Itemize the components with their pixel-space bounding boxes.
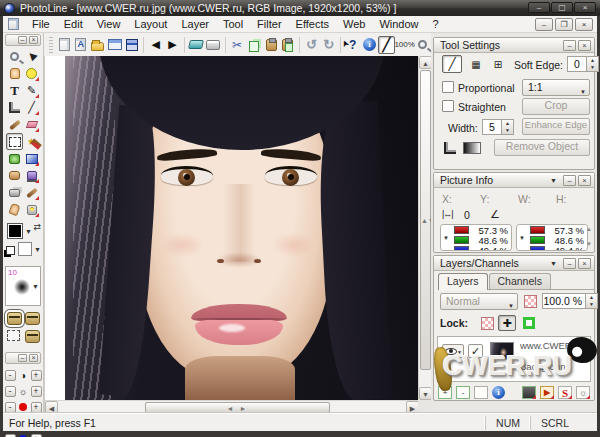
stamp-tool[interactable]: [23, 167, 40, 184]
layer-info-button[interactable]: i: [492, 386, 505, 399]
back-button[interactable]: ◀: [147, 36, 164, 54]
mask-edit-icon[interactable]: [25, 330, 40, 343]
doc-restore-button[interactable]: ❐: [555, 18, 573, 31]
marquee-tool-selected[interactable]: [6, 133, 23, 150]
menu-window[interactable]: Window: [372, 16, 425, 32]
menu-filter[interactable]: Filter: [250, 16, 288, 32]
crop-button[interactable]: Crop: [522, 98, 590, 115]
new-document-button[interactable]: [56, 36, 73, 54]
effect-pen-tool[interactable]: [23, 201, 40, 218]
paste-as-document-button[interactable]: [279, 36, 296, 54]
layer-image-button[interactable]: [522, 386, 536, 399]
layer-style-button[interactable]: S: [558, 386, 572, 399]
pan-tool[interactable]: [6, 65, 23, 82]
toolbar-grip[interactable]: [49, 37, 53, 53]
remove-object-button[interactable]: Remove Object: [494, 139, 590, 156]
forward-button[interactable]: ▶: [164, 36, 181, 54]
menu-edit[interactable]: Edit: [57, 16, 90, 32]
layer-arrow-button[interactable]: ▶: [540, 386, 554, 399]
fg-dropdown-icon[interactable]: ▼: [25, 228, 32, 235]
layer-visibility-button[interactable]: ▼: [442, 344, 464, 358]
tab-layers[interactable]: Layers: [438, 273, 488, 290]
adjust-minimize-button[interactable]: –: [18, 354, 27, 362]
document-icon[interactable]: [8, 18, 19, 30]
layers-close-button[interactable]: ×: [578, 258, 591, 269]
export-button[interactable]: [188, 36, 205, 54]
info-button[interactable]: i: [361, 36, 378, 54]
measure-tool-button[interactable]: ╱: [378, 36, 395, 54]
clone-tool[interactable]: [6, 184, 23, 201]
menu-layout[interactable]: Layout: [127, 16, 174, 32]
bg-dropdown-icon[interactable]: ▼: [34, 246, 41, 253]
picture-info-close-button[interactable]: ×: [578, 175, 591, 186]
save-button[interactable]: [123, 36, 140, 54]
airbrush-tool[interactable]: [6, 150, 23, 167]
mask-view-icon[interactable]: [25, 312, 40, 325]
brightness-plus-button[interactable]: +: [31, 386, 42, 397]
menu-file[interactable]: File: [25, 16, 57, 32]
shape-tool[interactable]: [23, 65, 40, 82]
title-bar[interactable]: PhotoLine - [www.CWER.ru.jpg (www.CWER.r…: [0, 0, 600, 16]
mask-mode-icon[interactable]: [7, 312, 22, 325]
red-plus-button[interactable]: +: [31, 402, 42, 413]
grid-mode-button[interactable]: ▦: [466, 55, 486, 73]
layer-thumbnail[interactable]: [490, 342, 514, 360]
line-mode-button[interactable]: ╱: [442, 55, 462, 73]
undo-button[interactable]: ↺: [303, 36, 320, 54]
vertical-scroll-thumb[interactable]: ▲▼: [420, 70, 431, 370]
open-button[interactable]: [89, 36, 106, 54]
menu-help[interactable]: ?: [426, 16, 446, 32]
readout-scroll-down-icon[interactable]: ▼: [586, 241, 592, 247]
straighten-checkbox[interactable]: [442, 100, 454, 112]
opacity-input[interactable]: 100.0 %: [542, 293, 586, 309]
contrast-plus-button[interactable]: +: [31, 370, 42, 381]
tool-settings-minimize-button[interactable]: –: [563, 40, 576, 51]
tool-settings-close-button[interactable]: ×: [578, 40, 591, 51]
tool-palette-titlebar[interactable]: – ×: [5, 34, 41, 46]
cut-button[interactable]: ✂: [229, 36, 246, 54]
menu-effects[interactable]: Effects: [289, 16, 336, 32]
palette-minimize-button[interactable]: –: [18, 36, 27, 44]
lock-transparency-icon[interactable]: [478, 315, 496, 331]
sponge-tool[interactable]: [6, 167, 23, 184]
minimize-button[interactable]: –: [528, 2, 550, 13]
brightness-minus-button[interactable]: -: [5, 386, 16, 397]
layer-document-button[interactable]: [474, 386, 488, 399]
picture-info-menu-icon[interactable]: ▼: [547, 177, 560, 184]
layer-move-icon[interactable]: ✚: [578, 340, 586, 351]
copy-button[interactable]: [246, 36, 263, 54]
contrast-minus-button[interactable]: -: [5, 370, 16, 381]
eye-dropdown-icon[interactable]: ▼: [457, 349, 462, 355]
background-color-swatch[interactable]: [18, 242, 32, 256]
tab-channels[interactable]: Channels: [489, 273, 551, 289]
layers-minimize-button[interactable]: –: [563, 258, 576, 269]
default-colors-icon[interactable]: [6, 246, 15, 255]
layer-name[interactable]: www.CWER.ru: [520, 340, 583, 351]
tool-settings-header[interactable]: Tool Settings – ×: [434, 38, 594, 53]
ratio-combo[interactable]: 1:1▼: [522, 79, 590, 96]
crop-icon[interactable]: [440, 139, 460, 157]
brush-tool[interactable]: [6, 116, 23, 133]
new-layer-button[interactable]: +: [438, 386, 452, 399]
foreground-color-swatch[interactable]: [7, 223, 23, 239]
doc-minimize-button[interactable]: –: [535, 18, 553, 31]
layer-checkbox[interactable]: ✓: [468, 344, 483, 358]
adjust-palette-titlebar[interactable]: – ×: [5, 352, 41, 364]
opacity-spinner[interactable]: ▲▼: [585, 293, 598, 309]
merge-layer-button[interactable]: -: [456, 386, 470, 399]
lock-frame-icon[interactable]: [520, 315, 538, 331]
picture-info-minimize-button[interactable]: –: [563, 175, 576, 186]
print-button[interactable]: [205, 36, 222, 54]
color-readout-right[interactable]: ▼ 57.3 % 48.6 % 49.4 %: [516, 224, 588, 251]
gradient-tool[interactable]: [23, 150, 40, 167]
horizontal-scrollbar[interactable]: ◀ ◄ ► ▶: [45, 400, 419, 413]
magnifier-icon[interactable]: [414, 36, 431, 54]
brush-preview[interactable]: 10 ▼: [5, 266, 41, 306]
doc-close-button[interactable]: ×: [575, 18, 593, 31]
transparency-icon[interactable]: [524, 295, 537, 308]
soft-edge-input[interactable]: 0: [567, 56, 587, 72]
close-button[interactable]: ×: [574, 2, 596, 13]
maximize-button[interactable]: ▢: [551, 2, 573, 13]
swap-colors-icon[interactable]: ⇄: [33, 222, 41, 232]
width-spinner[interactable]: ▲▼: [501, 119, 514, 135]
